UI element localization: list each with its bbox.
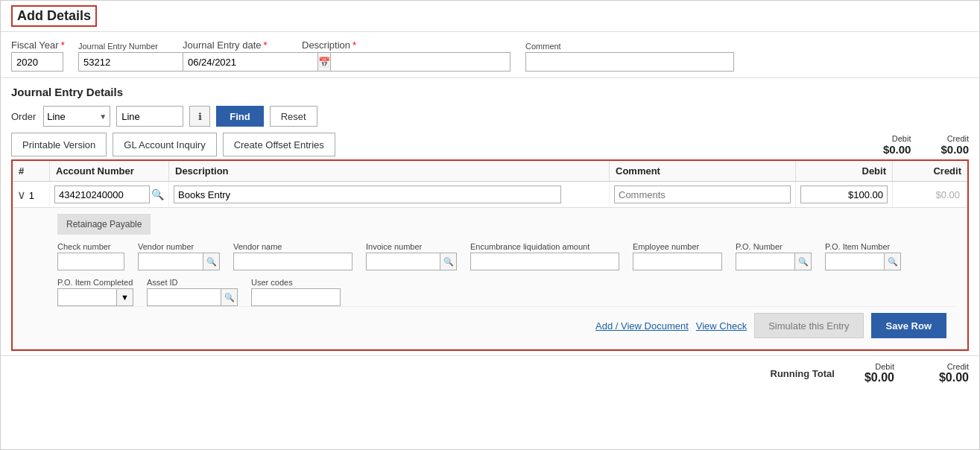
journal-number-input-wrap: ℹ [78, 52, 168, 72]
order-select[interactable]: Line ▼ [43, 106, 110, 127]
invoice-search-icon[interactable]: 🔍 [440, 253, 457, 270]
col-number: # [13, 161, 50, 181]
debit-input[interactable] [800, 186, 888, 203]
debit-credit-header: Debit $0.00 Credit $0.00 [883, 134, 969, 156]
comment-input[interactable] [525, 52, 734, 72]
calendar-icon[interactable]: 📅 [318, 52, 331, 72]
description-input[interactable] [302, 52, 510, 72]
description-label: Description * [302, 39, 510, 51]
running-total-label: Running Total [771, 368, 835, 379]
encumbrance-group: Encumbrance liquidation amount [470, 242, 619, 270]
comment-input[interactable] [614, 186, 791, 203]
page-header: Add Details [1, 1, 979, 32]
add-view-document-button[interactable]: Add / View Document [595, 320, 689, 332]
footer-debit-value: $0.00 [864, 371, 894, 384]
asset-id-group: Asset ID 🔍 [147, 278, 238, 306]
detail-row: Retainage Payable Check number Vendor nu… [13, 208, 967, 349]
user-codes-label: User codes [251, 278, 341, 287]
col-comment: Comment [610, 161, 796, 181]
info-icon-button[interactable]: ℹ [189, 106, 210, 127]
vendor-name-label: Vendor name [233, 242, 353, 251]
credit-value: $0.00 [935, 189, 960, 200]
page-container: Add Details Fiscal Year * Journal Entry … [0, 0, 980, 450]
col-debit: Debit [796, 161, 893, 181]
account-search-icon[interactable]: 🔍 [151, 188, 164, 200]
description-group: Description * [302, 39, 510, 72]
vendor-name-input[interactable] [233, 253, 353, 270]
printable-version-button[interactable]: Printable Version [11, 133, 107, 156]
po-item-search-icon[interactable]: 🔍 [885, 253, 901, 270]
check-number-group: Check number [57, 242, 124, 270]
fiscal-year-label: Fiscal Year * [11, 39, 63, 51]
cell-chevron: ∨ 1 [13, 184, 50, 206]
account-number-wrap: 🔍 [54, 186, 164, 203]
vendor-number-wrap: 🔍 [138, 253, 220, 270]
vendor-number-search-icon[interactable]: 🔍 [203, 253, 220, 270]
detail-fields: Check number Vendor number 🔍 Vendor name [57, 242, 957, 306]
invoice-number-group: Invoice number 🔍 [366, 242, 457, 270]
comment-group: Comment [525, 42, 734, 72]
journal-entry-number-label: Journal Entry Number [78, 42, 168, 51]
table-row: ∨ 1 🔍 $0. [13, 182, 967, 208]
fiscal-year-group: Fiscal Year * [11, 39, 63, 72]
credit-value: $0.00 [941, 143, 969, 156]
po-item-completed-chevron-icon[interactable]: ▼ [117, 288, 133, 306]
po-item-number-input[interactable] [825, 253, 885, 270]
col-credit: Credit [893, 161, 967, 181]
vendor-number-group: Vendor number 🔍 [138, 242, 220, 270]
journal-date-input-wrap: 📅 [183, 52, 287, 72]
description-input[interactable] [174, 186, 561, 203]
vendor-name-group: Vendor name [233, 242, 353, 270]
vendor-number-label: Vendor number [138, 242, 220, 251]
asset-id-input[interactable] [147, 288, 221, 306]
toolbar-row: Order Line ▼ ℹ Find Reset [11, 106, 969, 127]
invoice-number-wrap: 🔍 [366, 253, 457, 270]
cell-credit: $0.00 [893, 186, 967, 204]
employee-number-group: Employee number [633, 242, 722, 270]
gl-account-inquiry-button[interactable]: GL Account Inquiry [113, 133, 216, 156]
section-title: Journal Entry Details [11, 86, 969, 98]
check-number-label: Check number [57, 242, 124, 251]
journal-entry-date-label: Journal Entry date * [183, 39, 287, 51]
detail-label: Retainage Payable [57, 214, 151, 235]
fiscal-year-input[interactable] [11, 52, 63, 72]
simulate-entry-button[interactable]: Simulate this Entry [754, 313, 863, 338]
view-check-button[interactable]: View Check [696, 320, 747, 332]
cell-description [169, 182, 610, 207]
po-item-wrap: 🔍 [825, 253, 901, 270]
find-button[interactable]: Find [216, 106, 263, 127]
footer-amounts: Debit $0.00 Credit $0.00 [864, 362, 969, 384]
save-row-button[interactable]: Save Row [871, 313, 946, 338]
reset-button[interactable]: Reset [270, 106, 317, 127]
debit-value: $0.00 [883, 143, 911, 156]
top-form: Fiscal Year * Journal Entry Number ℹ Jou… [1, 32, 979, 78]
account-number-input[interactable] [54, 186, 150, 203]
footer-debit: Debit $0.00 [864, 362, 894, 384]
cell-comment [610, 182, 796, 207]
employee-number-label: Employee number [633, 242, 722, 251]
invoice-number-input[interactable] [366, 253, 440, 270]
encumbrance-label: Encumbrance liquidation amount [470, 242, 619, 251]
po-search-icon[interactable]: 🔍 [795, 253, 812, 270]
encumbrance-input[interactable] [470, 253, 619, 270]
check-number-input[interactable] [57, 253, 124, 270]
employee-number-input[interactable] [633, 253, 722, 270]
create-offset-entries-button[interactable]: Create Offset Entries [223, 133, 335, 156]
user-codes-input[interactable] [251, 288, 341, 306]
po-number-group: P.O. Number 🔍 [736, 242, 812, 270]
row-number: 1 [29, 190, 34, 201]
chevron-down-icon[interactable]: ∨ [17, 188, 26, 202]
page-title: Add Details [11, 5, 97, 27]
asset-search-icon[interactable]: 🔍 [221, 288, 238, 306]
po-item-completed-label: P.O. Item Completed [57, 278, 133, 287]
journal-entry-date-group: Journal Entry date * 📅 [183, 39, 287, 72]
vendor-number-input[interactable] [138, 253, 203, 270]
footer-debit-label: Debit [875, 362, 894, 371]
form-row: Fiscal Year * Journal Entry Number ℹ Jou… [11, 39, 969, 72]
journal-entry-date-input[interactable] [183, 52, 318, 72]
po-number-input[interactable] [736, 253, 795, 270]
line-input[interactable] [116, 106, 183, 127]
journal-entry-section: Journal Entry Details Order Line ▼ ℹ Fin… [1, 78, 979, 355]
po-item-completed-input[interactable] [57, 288, 117, 306]
asset-id-wrap: 🔍 [147, 288, 238, 306]
